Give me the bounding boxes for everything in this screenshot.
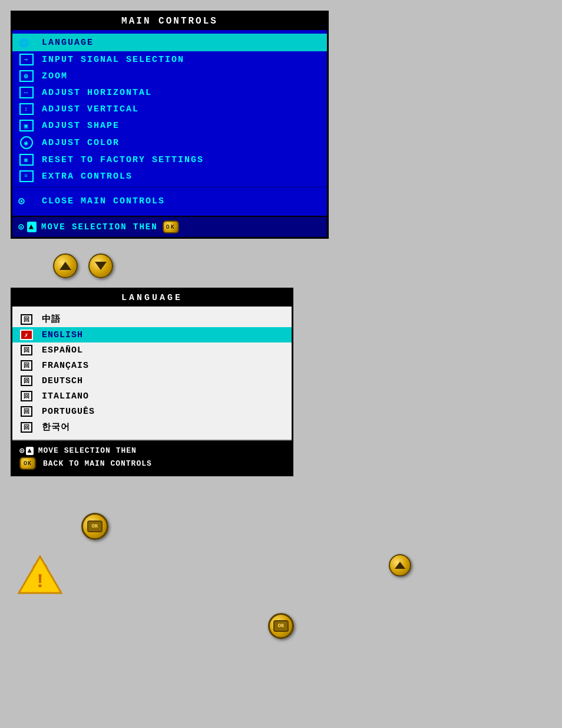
menu-item-language[interactable]: 🌐 LANGUAGE bbox=[12, 34, 327, 51]
bottom-ok-button[interactable]: OK bbox=[81, 513, 108, 540]
menu-divider bbox=[12, 187, 327, 187]
menu-item-zoom[interactable]: ⊕ ZOOM bbox=[12, 68, 327, 84]
zoom-icon: ⊕ bbox=[18, 70, 35, 82]
lang-icon-spanish: 回 bbox=[19, 345, 34, 355]
adjust-vertical-icon: ↕ bbox=[18, 103, 35, 115]
adjust-shape-icon: ▣ bbox=[18, 120, 35, 131]
menu-item-input-signal[interactable]: ⇒ INPUT SIGNAL SELECTION bbox=[12, 51, 327, 68]
warning-triangle-icon: ! bbox=[16, 554, 64, 595]
lang-item-korean[interactable]: 回 한국어 bbox=[12, 419, 292, 435]
menu-item-adjust-horizontal[interactable]: ↔ ADJUST HORIZONTAL bbox=[12, 84, 327, 101]
reset-factory-icon: ▦ bbox=[18, 154, 35, 166]
bottom-right-arrow-button[interactable] bbox=[389, 554, 411, 577]
lang-footer-line1: ⊙ ▲ MOVE SELECTION THEN bbox=[19, 446, 285, 456]
lang-icon-french: 回 bbox=[19, 360, 34, 371]
lang-item-portuguese[interactable]: 回 PORTUGUÊS bbox=[12, 404, 292, 419]
main-menu-list: 🌐 LANGUAGE ⇒ INPUT SIGNAL SELECTION ⊕ ZO… bbox=[12, 30, 327, 216]
bottom-ok-circle[interactable]: OK bbox=[268, 613, 294, 639]
lang-icon-portuguese: 回 bbox=[19, 406, 34, 417]
lang-item-german[interactable]: 回 DEUTSCH bbox=[12, 373, 292, 388]
menu-item-adjust-shape[interactable]: ▣ ADJUST SHAPE bbox=[12, 117, 327, 134]
lang-icon-english: ✗ bbox=[19, 330, 34, 340]
footer-ok-icon: OK bbox=[163, 220, 179, 233]
lang-ok-icon: OK bbox=[19, 457, 38, 470]
lang-item-italian[interactable]: 回 ITALIANO bbox=[12, 388, 292, 404]
lang-footer-line2: OK BACK TO MAIN CONTROLS bbox=[19, 457, 285, 470]
adjust-color-icon: ◉ bbox=[18, 136, 35, 149]
svg-text:!: ! bbox=[34, 571, 46, 593]
lang-icon-german: 回 bbox=[19, 375, 34, 386]
lang-icon-korean: 回 bbox=[19, 422, 34, 433]
main-controls-panel: MAIN CONTROLS 🌐 LANGUAGE ⇒ INPUT SIGNAL … bbox=[11, 11, 329, 239]
input-signal-icon: ⇒ bbox=[18, 54, 35, 65]
menu-item-extra-controls[interactable]: ≡ EXTRA CONTROLS bbox=[12, 168, 327, 185]
svg-text:🌐: 🌐 bbox=[19, 38, 30, 48]
language-footer: ⊙ ▲ MOVE SELECTION THEN OK BACK TO MAIN … bbox=[12, 440, 292, 475]
menu-item-close[interactable]: ⊙ CLOSE MAIN CONTROLS bbox=[12, 190, 327, 212]
bottom-up-arrow-shape bbox=[395, 562, 405, 569]
ok-circle-icon[interactable]: OK bbox=[81, 513, 108, 540]
menu-item-reset-factory[interactable]: ▦ RESET TO FACTORY SETTINGS bbox=[12, 151, 327, 168]
lang-item-spanish[interactable]: 回 ESPAÑOL bbox=[12, 342, 292, 358]
extra-controls-icon: ≡ bbox=[18, 170, 35, 182]
close-main-icon: ⊙ bbox=[18, 195, 35, 207]
lang-nav-icons: ⊙ ▲ bbox=[19, 446, 34, 456]
bottom-up-arrow-icon[interactable] bbox=[389, 554, 411, 577]
language-icon: 🌐 bbox=[18, 36, 35, 49]
down-arrow-icon bbox=[95, 262, 107, 270]
menu-item-adjust-color[interactable]: ◉ ADJUST COLOR bbox=[12, 134, 327, 151]
nav-arrows-group bbox=[53, 253, 113, 278]
language-panel-title: LANGUAGE bbox=[12, 289, 292, 307]
lang-icon-chinese: 回 bbox=[19, 314, 34, 325]
language-panel: LANGUAGE 回 中語 ✗ ENGLISH 回 ESPAÑOL 回 bbox=[11, 288, 293, 476]
lang-item-french[interactable]: 回 FRANÇAIS bbox=[12, 358, 292, 373]
language-list: 回 中語 ✗ ENGLISH 回 ESPAÑOL 回 FRANÇAIS bbox=[12, 307, 292, 440]
lang-item-chinese[interactable]: 回 中語 bbox=[12, 311, 292, 327]
bottom-ok-label: OK bbox=[273, 620, 289, 632]
adjust-horizontal-icon: ↔ bbox=[18, 87, 35, 98]
menu-item-adjust-vertical[interactable]: ↕ ADJUST VERTICAL bbox=[12, 101, 327, 117]
up-arrow-button[interactable] bbox=[53, 253, 78, 278]
ok-label: OK bbox=[87, 521, 103, 532]
footer-nav-icons: ⊙ ▲ bbox=[18, 221, 37, 233]
main-panel-title: MAIN CONTROLS bbox=[12, 12, 327, 30]
up-arrow-icon bbox=[59, 262, 71, 270]
lang-item-english[interactable]: ✗ ENGLISH bbox=[12, 327, 292, 342]
main-footer: ⊙ ▲ MOVE SELECTION THEN OK bbox=[12, 216, 327, 237]
down-arrow-button[interactable] bbox=[88, 253, 113, 278]
bottom-center-ok-button[interactable]: OK bbox=[268, 613, 294, 639]
lang-icon-italian: 回 bbox=[19, 391, 34, 401]
